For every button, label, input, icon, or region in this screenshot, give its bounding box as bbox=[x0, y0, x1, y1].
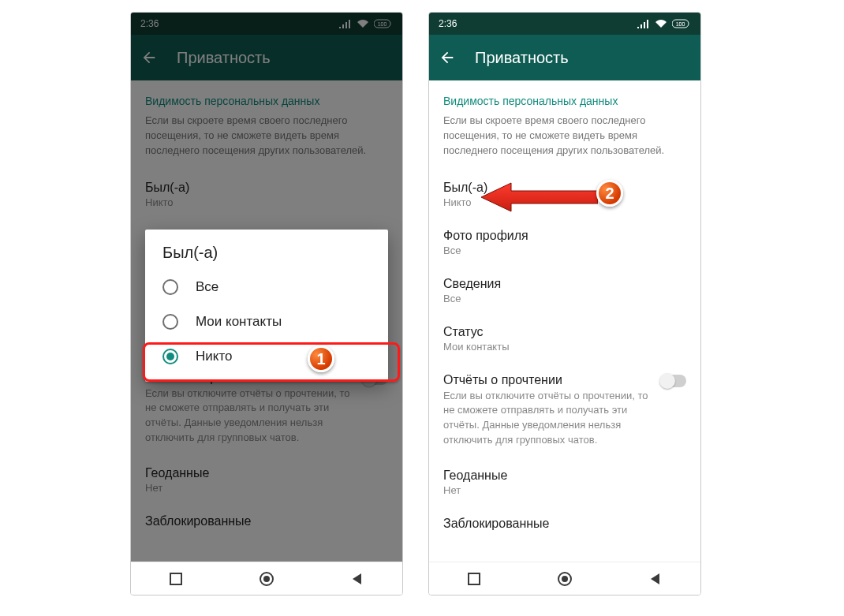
setting-read-receipts[interactable]: Отчёты о прочтении Если вы отключите отч… bbox=[429, 364, 700, 459]
svg-rect-7 bbox=[469, 573, 480, 584]
phone-screenshot-right: 2:36 100 Приватность Видимость персональ… bbox=[428, 12, 701, 595]
setting-value: Нет bbox=[443, 484, 686, 496]
setting-value: Мои контакты bbox=[443, 341, 686, 353]
settings-content: Видимость персональных данных Если вы ск… bbox=[429, 80, 700, 562]
radio-option-contacts[interactable]: Мои контакты bbox=[145, 304, 388, 339]
setting-geo[interactable]: Геоданные Нет bbox=[429, 459, 700, 507]
section-header: Видимость персональных данных bbox=[429, 80, 700, 110]
setting-blocked[interactable]: Заблокированные bbox=[429, 507, 700, 542]
radio-label: Никто bbox=[196, 349, 232, 364]
android-nav-bar bbox=[429, 562, 700, 595]
radio-icon bbox=[162, 349, 178, 364]
toggle-switch[interactable] bbox=[661, 375, 686, 387]
nav-home-icon[interactable] bbox=[258, 570, 275, 588]
setting-description: Если вы отключите отчёты о прочтении, то… bbox=[443, 389, 653, 448]
setting-status[interactable]: Статус Мои контакты bbox=[429, 315, 700, 364]
status-bar: 2:36 100 bbox=[429, 13, 700, 35]
setting-value: Все bbox=[443, 245, 686, 256]
radio-option-all[interactable]: Все bbox=[145, 270, 388, 304]
setting-last-seen[interactable]: Был(-а) Никто bbox=[429, 171, 700, 219]
radio-icon bbox=[162, 314, 178, 330]
section-description: Если вы скроете время своего последнего … bbox=[429, 110, 700, 171]
svg-point-4 bbox=[263, 576, 270, 582]
android-nav-bar bbox=[131, 562, 402, 595]
setting-profile-photo[interactable]: Фото профиля Все bbox=[429, 219, 700, 267]
signal-icon bbox=[637, 19, 650, 28]
dialog-title: Был(-а) bbox=[145, 244, 388, 270]
radio-icon bbox=[162, 279, 178, 295]
setting-label: Был(-а) bbox=[443, 181, 686, 195]
setting-value: Никто bbox=[443, 196, 686, 208]
svg-point-9 bbox=[562, 576, 568, 582]
clock: 2:36 bbox=[439, 18, 457, 29]
radio-option-nobody[interactable]: Никто bbox=[145, 339, 388, 374]
radio-label: Мои контакты bbox=[196, 314, 282, 330]
setting-label: Заблокированные bbox=[443, 517, 686, 531]
radio-dialog: Был(-а) Все Мои контакты Никто bbox=[145, 230, 388, 382]
battery-icon: 100 bbox=[672, 19, 691, 28]
setting-label: Сведения bbox=[443, 277, 686, 291]
setting-label: Фото профиля bbox=[443, 229, 686, 243]
setting-about[interactable]: Сведения Все bbox=[429, 267, 700, 315]
setting-label: Геоданные bbox=[443, 469, 686, 483]
nav-recent-icon[interactable] bbox=[467, 572, 481, 586]
nav-home-icon[interactable] bbox=[556, 570, 573, 588]
setting-label: Отчёты о прочтении bbox=[443, 373, 653, 387]
nav-recent-icon[interactable] bbox=[169, 572, 183, 586]
radio-label: Все bbox=[196, 279, 218, 295]
app-bar: Приватность bbox=[429, 35, 700, 80]
svg-text:100: 100 bbox=[676, 21, 685, 27]
svg-rect-2 bbox=[170, 573, 181, 584]
nav-back-icon[interactable] bbox=[648, 572, 663, 586]
wifi-icon bbox=[655, 19, 667, 28]
nav-back-icon[interactable] bbox=[350, 572, 364, 586]
setting-label: Статус bbox=[443, 325, 686, 339]
status-icons: 100 bbox=[637, 19, 691, 28]
back-icon[interactable] bbox=[439, 49, 456, 66]
setting-value: Все bbox=[443, 293, 686, 304]
page-title: Приватность bbox=[475, 49, 569, 67]
phone-screenshot-left: 2:36 100 Приватность Видимость персональ… bbox=[130, 12, 403, 595]
